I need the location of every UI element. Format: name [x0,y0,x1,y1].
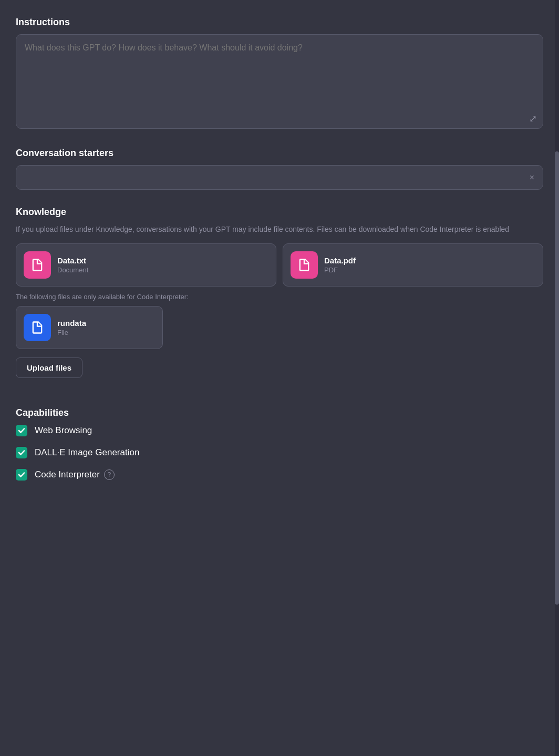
expand-icon[interactable]: ⤢ [529,113,537,125]
knowledge-label: Knowledge [16,207,543,218]
checkmark-icon-code-interpreter [18,471,25,478]
capabilities-section: Capabilities Web Browsing DALL·E Image G… [16,407,543,481]
file-name-data-txt: Data.txt [57,256,88,265]
file-info-data-txt: Data.txt Document [57,256,88,274]
file-type-data-txt: Document [57,266,88,274]
file-info-rundata: rundata File [57,319,86,336]
document-icon-rundata [30,320,45,335]
capability-label-code-interpreter: Code Interpreter ? [35,469,115,480]
file-type-rundata: File [57,329,86,336]
knowledge-description: If you upload files under Knowledge, con… [16,224,543,235]
instructions-section: Instructions ⤢ [16,17,543,131]
help-icon-code-interpreter[interactable]: ? [104,469,115,480]
file-card-data-txt[interactable]: Data.txt Document [16,243,276,287]
file-card-rundata[interactable]: rundata File [16,306,163,349]
knowledge-files-grid: Data.txt Document Data.pdf PDF [16,243,543,287]
checkbox-code-interpreter[interactable] [16,469,27,481]
instructions-label: Instructions [16,17,543,28]
conversation-starter-input-wrapper: × [16,165,543,190]
file-icon-data-txt [24,251,51,279]
file-type-data-pdf: PDF [324,266,356,274]
checkbox-web-browsing[interactable] [16,425,27,436]
file-card-data-pdf[interactable]: Data.pdf PDF [283,243,543,287]
file-info-data-pdf: Data.pdf PDF [324,256,356,274]
document-icon-pdf [297,258,312,272]
checkbox-dalle[interactable] [16,447,27,458]
file-icon-data-pdf [291,251,318,279]
capability-item-web-browsing: Web Browsing [16,425,543,436]
conversation-starter-input[interactable] [23,166,527,189]
upload-files-button[interactable]: Upload files [16,357,82,378]
clear-conversation-starter-button[interactable]: × [527,171,536,185]
capability-label-web-browsing: Web Browsing [35,425,92,436]
document-icon [30,258,45,272]
capability-label-dalle: DALL·E Image Generation [35,447,139,458]
knowledge-section: Knowledge If you upload files under Know… [16,207,543,395]
file-icon-rundata [24,314,51,341]
file-name-rundata: rundata [57,319,86,328]
capabilities-label: Capabilities [16,407,543,418]
conversation-starters-label: Conversation starters [16,148,543,159]
code-interpreter-note: The following files are only available f… [16,293,543,301]
scrollbar-thumb[interactable] [555,151,559,605]
capability-item-code-interpreter: Code Interpreter ? [16,469,543,481]
checkmark-icon-web-browsing [18,427,25,434]
conversation-starters-section: Conversation starters × [16,148,543,190]
checkmark-icon-dalle [18,449,25,456]
instructions-textarea[interactable] [16,34,543,129]
file-name-data-pdf: Data.pdf [324,256,356,265]
scrollbar-track[interactable] [555,0,559,756]
capability-item-dalle: DALL·E Image Generation [16,447,543,458]
instructions-textarea-wrapper: ⤢ [16,34,543,131]
